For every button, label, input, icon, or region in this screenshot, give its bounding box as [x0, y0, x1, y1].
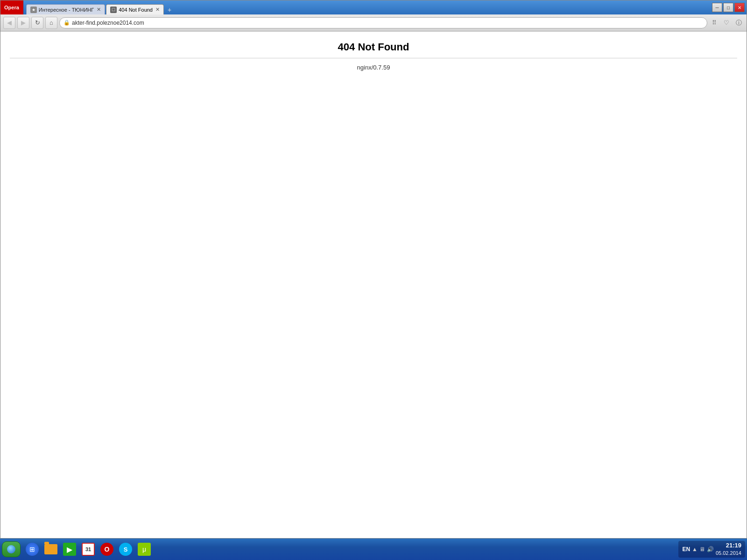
tray-arrow-icon[interactable]: ▲	[692, 546, 698, 553]
address-bar-wrap: 🔒	[59, 17, 707, 28]
server-info: nginx/0.7.59	[10, 64, 737, 71]
forward-button[interactable]: ▶	[17, 17, 29, 29]
tray-sound-icon[interactable]: 🔊	[707, 546, 714, 553]
calendar-icon: 31	[82, 543, 95, 556]
start-orb-icon	[7, 545, 15, 553]
folder-icon	[44, 544, 57, 554]
start-button[interactable]	[2, 541, 21, 557]
opera-icon: O	[100, 543, 113, 556]
nav-bar: ◀ ▶ ↻ ⌂ 🔒 ⠿ ♡ ⓘ	[0, 14, 747, 31]
windows-taskbar-icon[interactable]: ⊞	[23, 540, 41, 558]
tab-close-2[interactable]: ✕	[155, 7, 160, 13]
page-title: 404 Not Found	[10, 41, 737, 53]
browser-window: Opera ★ Интересное - ТЮНИНГ ✕ ☐ 404 Not …	[0, 0, 747, 539]
system-tray: EN ▲ 🖥 🔊 21:19 05.02.2014	[678, 541, 745, 558]
clock-date: 05.02.2014	[716, 550, 741, 557]
window-controls: ─ □ ✕	[712, 3, 745, 12]
system-clock[interactable]: 21:19 05.02.2014	[716, 541, 741, 557]
torrent-taskbar-icon[interactable]: μ	[135, 540, 153, 558]
refresh-button[interactable]: ↻	[31, 17, 43, 29]
skype-taskbar-icon[interactable]: S	[117, 540, 134, 558]
tab-active[interactable]: ☐ 404 Not Found ✕	[106, 4, 164, 14]
taskbar: ⊞ ▶ 31 O S μ EN ▲ 🖥	[0, 539, 747, 560]
tabs-bar: ★ Интересное - ТЮНИНГ ✕ ☐ 404 Not Found …	[24, 0, 174, 14]
clock-time: 21:19	[716, 541, 741, 550]
maximize-button[interactable]: □	[723, 3, 733, 12]
media-icon: ▶	[63, 543, 76, 556]
media-taskbar-icon[interactable]: ▶	[61, 540, 78, 558]
title-bar: Opera ★ Интересное - ТЮНИНГ ✕ ☐ 404 Not …	[0, 0, 747, 14]
new-tab-button[interactable]: +	[165, 5, 174, 14]
folder-taskbar-icon[interactable]	[42, 540, 60, 558]
back-button[interactable]: ◀	[3, 17, 15, 29]
language-indicator: EN	[682, 546, 690, 553]
opera-logo[interactable]: Opera	[0, 0, 23, 14]
error-page: 404 Not Found nginx/0.7.59	[0, 32, 747, 80]
torrent-icon: μ	[138, 543, 151, 556]
os-window: Opera ★ Интересное - ТЮНИНГ ✕ ☐ 404 Not …	[0, 0, 747, 560]
minimize-button[interactable]: ─	[712, 3, 722, 12]
nav-right: ⠿ ♡ ⓘ	[709, 18, 744, 28]
info-icon[interactable]: ⓘ	[733, 18, 744, 28]
tab-title-1: Интересное - ТЮНИНГ	[39, 7, 94, 13]
home-button[interactable]: ⌂	[45, 17, 57, 29]
title-bar-left: Opera ★ Интересное - ТЮНИНГ ✕ ☐ 404 Not …	[0, 0, 174, 14]
opera-taskbar-icon[interactable]: O	[98, 540, 116, 558]
grid-icon[interactable]: ⠿	[709, 18, 719, 28]
tab-favicon-1: ★	[30, 7, 37, 13]
calendar-taskbar-icon[interactable]: 31	[79, 540, 97, 558]
windows-icon: ⊞	[26, 543, 39, 556]
address-icon: 🔒	[63, 20, 70, 26]
tray-network-icon[interactable]: 🖥	[699, 546, 705, 553]
page-content: 404 Not Found nginx/0.7.59	[0, 31, 747, 538]
heart-icon[interactable]: ♡	[721, 18, 732, 28]
taskbar-icons: ⊞ ▶ 31 O S μ	[23, 540, 153, 558]
tab-close-1[interactable]: ✕	[97, 7, 101, 13]
close-button[interactable]: ✕	[734, 3, 745, 12]
tab-inactive[interactable]: ★ Интересное - ТЮНИНГ ✕	[26, 4, 105, 14]
skype-icon: S	[119, 543, 132, 556]
divider	[10, 58, 737, 58]
tab-favicon-2: ☐	[110, 7, 117, 13]
tab-title-2: 404 Not Found	[119, 7, 153, 13]
address-input[interactable]	[72, 20, 703, 26]
